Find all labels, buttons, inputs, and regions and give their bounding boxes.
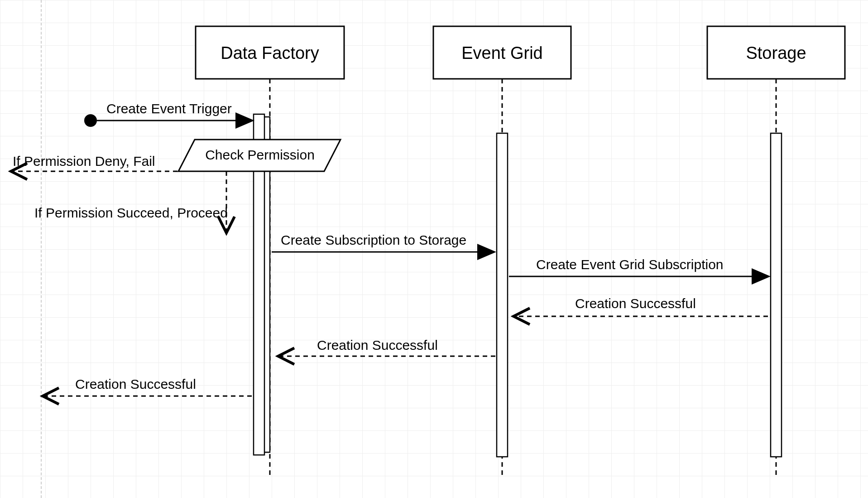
participant-storage: Storage [707, 26, 845, 79]
label-permission-succeed: If Permission Succeed, Proceed [34, 205, 228, 220]
participant-data-factory: Data Factory [196, 26, 344, 79]
label-permission-deny: If Permission Deny, Fail [13, 154, 155, 169]
activation-storage [771, 133, 782, 457]
label-create-subscription: Create Subscription to Storage [281, 232, 466, 247]
activation-event-grid [497, 133, 508, 457]
sequence-diagram: Data Factory Event Grid Storage Create E… [0, 0, 868, 498]
label-check-permission: Check Permission [205, 147, 315, 162]
label-creation-success-1: Creation Successful [575, 296, 696, 311]
actor-start-dot [84, 114, 97, 127]
participant-event-grid: Event Grid [433, 26, 571, 79]
label-create-eg-subscription: Create Event Grid Subscription [536, 257, 724, 272]
label-creation-success-2: Creation Successful [317, 338, 438, 353]
label-creation-success-3: Creation Successful [75, 377, 196, 392]
check-permission-box: Check Permission [178, 140, 340, 171]
participant-label: Event Grid [461, 44, 543, 63]
participant-label: Storage [746, 44, 806, 63]
participant-label: Data Factory [221, 44, 319, 63]
label-create-event-trigger: Create Event Trigger [106, 101, 232, 116]
